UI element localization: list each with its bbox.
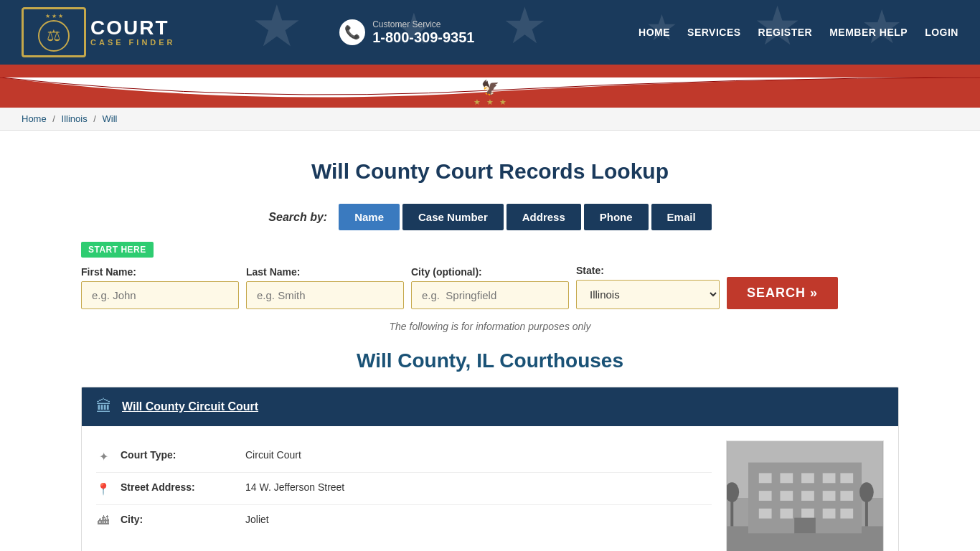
svg-rect-6 [801,473,814,483]
state-label: State: [576,265,720,276]
courthouse-building-svg [727,441,883,551]
last-name-input[interactable] [246,281,404,309]
tab-phone[interactable]: Phone [584,204,649,230]
svg-rect-5 [780,473,793,483]
courthouse-header: 🏛 Will County Circuit Court [82,387,898,426]
last-name-group: Last Name: [246,266,404,309]
nav-home[interactable]: HOME [639,27,670,38]
eagle-banner-area: 🦅 ★ ★ ★ [0,77,980,108]
customer-service: 📞 Customer Service 1-800-309-9351 [339,19,474,46]
courthouse-name[interactable]: Will County Circuit Court [122,400,258,413]
courthouse-image [726,441,884,551]
city-group: City (optional): [411,266,569,309]
svg-rect-10 [780,491,793,501]
svg-rect-19 [794,518,816,534]
city-input[interactable] [411,281,569,309]
breadcrumb-home[interactable]: Home [22,113,47,124]
red-banner [0,65,980,77]
breadcrumb-illinois[interactable]: Illinois [62,113,88,124]
main-nav: HOME SERVICES REGISTER MEMBER HELP LOGIN [639,27,958,38]
street-address-value: 14 W. Jefferson Street [245,481,344,493]
info-row-court-type: ✦ Court Type: Circuit Court [96,441,712,473]
info-note: The following is for information purpose… [81,321,899,332]
courthouse-building-icon: 🏛 [96,397,112,416]
state-group: State: Illinois Alabama Alaska Arizona A… [576,265,720,309]
svg-point-23 [859,482,874,502]
tab-case-number[interactable]: Case Number [402,204,504,230]
courthouse-card: 🏛 Will County Circuit Court ✦ Court Type… [81,387,899,551]
city-label: City (optional): [411,266,569,278]
logo-area: ★ ★ ★ ⚖ COURT CASE FINDER [22,7,176,57]
nav-register[interactable]: REGISTER [758,27,813,38]
logo-case-finder-text: CASE FINDER [90,38,176,47]
breadcrumb: Home / Illinois / Will [0,108,980,131]
svg-rect-14 [759,509,772,519]
street-address-label: Street Address: [121,481,235,493]
tab-address[interactable]: Address [507,204,581,230]
svg-rect-7 [823,473,836,483]
eagle-icon: 🦅 [481,79,499,96]
tab-email[interactable]: Email [651,204,712,230]
logo-box: ★ ★ ★ ⚖ [22,7,86,57]
city-info-value: Joliet [245,514,269,525]
svg-rect-16 [801,509,814,519]
svg-rect-12 [823,491,836,501]
info-row-address: 📍 Street Address: 14 W. Jefferson Street [96,473,712,505]
search-by-row: Search by: Name Case Number Address Phon… [81,204,899,230]
cs-label: Customer Service [372,19,474,29]
state-select[interactable]: Illinois Alabama Alaska Arizona Arkansas… [576,280,720,309]
page-title: Will County Court Records Lookup [81,159,899,184]
nav-member-help[interactable]: MEMBER HELP [829,27,908,38]
header: ★ ★ ★ ★ ★ ★ ★ ★ ★ ⚖ COURT CASE FINDER 📞 [0,0,980,65]
city-icon: 🏙 [96,514,110,527]
city-info-label: City: [121,514,235,525]
nav-login[interactable]: LOGIN [925,27,958,38]
first-name-group: First Name: [81,266,239,309]
address-icon: 📍 [96,482,110,496]
start-here-badge: START HERE [81,242,154,258]
first-name-input[interactable] [81,281,239,309]
cs-phone: 1-800-309-9351 [372,29,474,46]
svg-rect-8 [840,473,853,483]
main-content: Will County Court Records Lookup Search … [60,131,920,551]
search-form: First Name: Last Name: City (optional): … [81,265,899,309]
nav-services[interactable]: SERVICES [687,27,741,38]
courthouse-body: ✦ Court Type: Circuit Court 📍 Street Add… [82,426,898,551]
search-by-label: Search by: [268,211,327,224]
search-button[interactable]: SEARCH » [727,277,838,309]
courthouses-title: Will County, IL Courthouses [81,349,899,372]
svg-rect-15 [780,509,793,519]
svg-rect-18 [840,509,853,519]
tab-name[interactable]: Name [339,204,400,230]
first-name-label: First Name: [81,266,239,278]
svg-rect-9 [759,491,772,501]
court-type-value: Circuit Court [245,449,301,461]
breadcrumb-will[interactable]: Will [103,113,118,124]
svg-rect-11 [801,491,814,501]
logo-court-text: COURT [90,18,176,38]
svg-rect-17 [823,509,836,519]
info-row-city: 🏙 City: Joliet [96,505,712,536]
court-type-label: Court Type: [121,449,235,461]
court-type-icon: ✦ [96,450,110,463]
svg-rect-13 [840,491,853,501]
courthouse-info: ✦ Court Type: Circuit Court 📍 Street Add… [96,441,712,551]
search-tabs: Name Case Number Address Phone Email [339,204,711,230]
last-name-label: Last Name: [246,266,404,278]
logo-circle: ⚖ [38,20,70,52]
phone-icon: 📞 [339,19,365,45]
svg-rect-4 [759,473,772,483]
